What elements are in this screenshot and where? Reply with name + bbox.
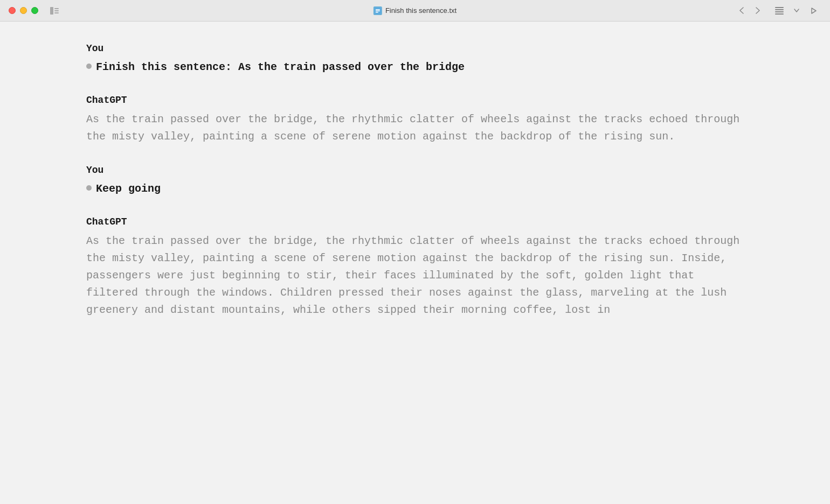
toolbar-right <box>734 4 821 17</box>
forward-button[interactable] <box>750 4 765 17</box>
svg-rect-0 <box>50 7 53 15</box>
svg-rect-5 <box>376 9 380 10</box>
main-content: You Finish this sentence: As the train p… <box>0 22 830 504</box>
user-message-1: Finish this sentence: As the train passe… <box>96 59 465 75</box>
titlebar-center: Finish this sentence.txt <box>374 6 456 15</box>
svg-rect-11 <box>775 13 784 15</box>
chatgpt-message-2: As the train passed over the bridge, the… <box>86 233 744 319</box>
sender-you-2: You <box>86 165 744 176</box>
list-view-button[interactable] <box>772 4 787 17</box>
message-block-1: You Finish this sentence: As the train p… <box>86 43 744 75</box>
play-button[interactable] <box>806 4 821 17</box>
message-block-4: ChatGPT As the train passed over the bri… <box>86 216 744 319</box>
svg-rect-2 <box>54 10 59 11</box>
user-message-2: Keep going <box>96 181 161 197</box>
user-prompt-1: Finish this sentence: As the train passe… <box>86 59 744 75</box>
svg-rect-10 <box>775 11 784 12</box>
window-controls <box>9 4 62 17</box>
svg-rect-3 <box>54 12 59 13</box>
file-icon <box>374 6 382 15</box>
titlebar: Finish this sentence.txt <box>0 0 830 22</box>
svg-rect-7 <box>376 12 378 13</box>
sidebar-toggle-button[interactable] <box>47 4 62 17</box>
minimize-button[interactable] <box>20 7 27 14</box>
sender-chatgpt-1: ChatGPT <box>86 95 744 106</box>
chatgpt-message-1: As the train passed over the bridge, the… <box>86 111 744 145</box>
window-title: Finish this sentence.txt <box>385 6 456 15</box>
message-block-3: You Keep going <box>86 165 744 197</box>
svg-rect-1 <box>54 8 59 9</box>
message-block-2: ChatGPT As the train passed over the bri… <box>86 95 744 145</box>
sender-chatgpt-2: ChatGPT <box>86 216 744 227</box>
nav-buttons <box>734 4 765 17</box>
dropdown-button[interactable] <box>789 4 804 17</box>
maximize-button[interactable] <box>31 7 38 14</box>
svg-rect-8 <box>775 7 784 8</box>
bullet-dot-1 <box>86 64 92 69</box>
svg-rect-6 <box>376 10 380 11</box>
bullet-dot-2 <box>86 185 92 191</box>
user-prompt-2: Keep going <box>86 181 744 197</box>
svg-rect-9 <box>775 9 784 10</box>
sender-you-1: You <box>86 43 744 54</box>
close-button[interactable] <box>9 7 16 14</box>
back-button[interactable] <box>734 4 749 17</box>
